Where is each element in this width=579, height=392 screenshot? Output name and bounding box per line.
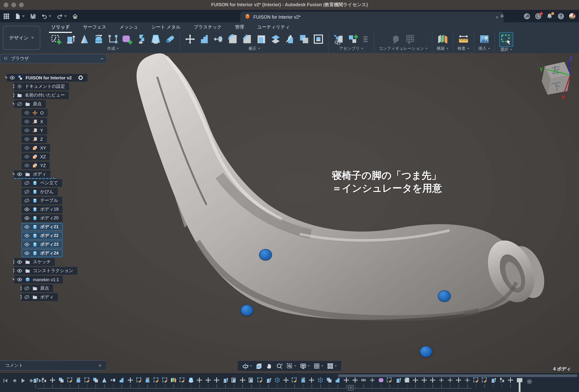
config-table-button[interactable] <box>405 33 416 44</box>
timeline-feature-combine[interactable] <box>58 377 64 385</box>
combine-button[interactable] <box>299 33 310 44</box>
visibility-eye-on-icon[interactable] <box>24 215 30 221</box>
display-settings-button[interactable] <box>300 363 310 369</box>
visibility-eye-on-icon[interactable] <box>17 268 22 274</box>
tree-item[interactable]: YZ <box>22 162 50 169</box>
tree-item[interactable]: 原点 <box>14 100 46 108</box>
tree-row[interactable]: 名前の付いたビュー <box>0 91 107 99</box>
job-status-icon[interactable] <box>535 13 542 20</box>
timeline-feature-move[interactable] <box>412 377 419 385</box>
construct-planes-button[interactable] <box>437 33 448 44</box>
timeline-feature-cone[interactable] <box>101 377 107 385</box>
visibility-eye-on-icon[interactable] <box>24 207 30 212</box>
split-button[interactable] <box>270 33 281 44</box>
tree-row[interactable]: スケッチ <box>0 258 107 266</box>
comment-bar[interactable]: コメント + <box>0 361 106 370</box>
activate-component-radio[interactable] <box>78 75 83 80</box>
ribbon-tab-5[interactable]: プラスチック <box>194 24 222 32</box>
tree-row[interactable]: Z <box>0 135 107 143</box>
insulator-marker-2[interactable] <box>240 305 253 316</box>
tree-item[interactable]: ボディ20 <box>22 214 63 222</box>
tree-row[interactable]: ボディ20 <box>0 214 107 222</box>
tree-item[interactable]: ボディ24 <box>22 249 63 257</box>
timeline-feature-move[interactable] <box>421 377 427 385</box>
timeline-feature-revolve[interactable] <box>75 377 81 385</box>
skip-start-button[interactable] <box>2 378 8 384</box>
timeline-feature-move[interactable] <box>240 377 246 385</box>
grid-settings-button[interactable] <box>313 363 323 369</box>
tree-row[interactable]: YZ <box>0 162 107 170</box>
save-button[interactable] <box>30 13 36 19</box>
timeline-feature-sketch[interactable] <box>153 377 159 385</box>
ribbon-group-label[interactable]: 検査 <box>457 46 469 53</box>
new-tab-button[interactable]: + <box>500 10 504 22</box>
tree-item[interactable]: ボディ22 <box>22 232 63 239</box>
tree-row[interactable]: ボディ19 <box>0 206 107 214</box>
timeline-feature-duplicate[interactable] <box>231 377 237 385</box>
shell-button[interactable] <box>256 33 267 44</box>
tree-item[interactable]: ボディ19 <box>22 206 63 213</box>
timeline-group-marker[interactable]: + <box>348 385 354 391</box>
timeline-feature-move[interactable] <box>196 377 203 385</box>
tree-row[interactable]: ペン立て <box>0 179 107 187</box>
insert-image-button[interactable] <box>479 33 490 44</box>
extensions-icon[interactable] <box>523 13 530 20</box>
tree-row[interactable]: Y <box>0 127 107 135</box>
tree-item[interactable]: FUISON for Interior v2 <box>7 74 87 81</box>
timeline-feature-sketch[interactable] <box>67 377 73 385</box>
timeline-feature-move[interactable] <box>352 377 358 385</box>
tree-row[interactable]: コンストラクション <box>0 267 107 275</box>
visibility-eye-on-icon[interactable] <box>24 224 30 230</box>
notifications-icon[interactable] <box>546 13 553 20</box>
document-tab[interactable]: FUISON for Interior v2* × <box>240 12 504 22</box>
move-button[interactable] <box>185 33 196 44</box>
timeline-feature-combine[interactable] <box>326 377 332 385</box>
home-button[interactable] <box>72 13 78 19</box>
tree-item[interactable]: Z <box>22 135 47 143</box>
ribbon-group-label[interactable]: 修正 <box>248 46 260 53</box>
tree-row[interactable]: ボディ23 <box>0 241 107 249</box>
step-back-button[interactable] <box>11 378 17 384</box>
ribbon-tab-4[interactable]: シート メタル <box>151 24 181 32</box>
config-box-button[interactable] <box>391 33 402 44</box>
view-cube[interactable]: 左 下 Y Z X <box>515 55 578 103</box>
redo-button[interactable] <box>57 13 67 19</box>
timeline-feature-pattern-rect[interactable] <box>361 377 367 385</box>
timeline-feature-sketch[interactable] <box>136 377 142 385</box>
visibility-eye-off-icon[interactable] <box>24 294 30 300</box>
timeline-feature-duplicate[interactable] <box>248 377 254 385</box>
timeline-scrollbar[interactable] <box>338 375 578 377</box>
timeline-feature-move[interactable] <box>214 377 220 385</box>
zoom-button[interactable]: ± <box>276 363 283 369</box>
timeline-feature-extrude[interactable] <box>222 377 228 385</box>
timeline-feature-move[interactable] <box>430 377 436 385</box>
tree-row[interactable]: ボディ <box>0 170 107 178</box>
ribbon-tab-7[interactable]: ユーティリティ <box>257 24 290 32</box>
viewport-3d[interactable]: 寝椅子の脚の「つま先」 ＝インシュレータを用意 左 下 Y Z X ブラウザ − <box>0 53 579 374</box>
tree-item[interactable]: かびん <box>22 188 58 196</box>
pan-button[interactable] <box>266 363 273 369</box>
timeline-feature-align[interactable] <box>41 377 47 385</box>
tree-row[interactable]: XY <box>0 144 107 152</box>
tree-item[interactable]: manekin v1:1 <box>14 276 63 283</box>
timeline-feature-extrude[interactable] <box>32 377 38 385</box>
timeline-feature-form[interactable] <box>378 377 384 385</box>
tree-row[interactable]: 原点 <box>0 100 107 108</box>
orbit-button[interactable] <box>242 363 252 369</box>
measure-button[interactable] <box>458 33 469 44</box>
visibility-eye-dim-icon[interactable] <box>24 154 30 159</box>
tree-item[interactable]: O <box>22 109 48 117</box>
visibility-eye-dim-icon[interactable] <box>24 136 30 142</box>
timeline-feature-press-pull[interactable] <box>335 377 341 385</box>
timeline-feature-sketch[interactable] <box>162 377 168 385</box>
timeline-feature-construct-planes[interactable] <box>170 377 177 385</box>
tree-row[interactable]: ボディ22 <box>0 232 107 240</box>
tree-item[interactable]: Y <box>22 127 47 134</box>
app-launcher-button[interactable] <box>3 13 9 19</box>
visibility-eye-dim-icon[interactable] <box>24 119 30 124</box>
timeline-feature-sketch[interactable] <box>257 377 263 385</box>
tree-item[interactable]: XY <box>22 144 50 152</box>
timeline-feature-fillet[interactable] <box>404 377 410 385</box>
avatar-icon[interactable] <box>569 13 576 20</box>
rail-button[interactable] <box>107 33 118 44</box>
